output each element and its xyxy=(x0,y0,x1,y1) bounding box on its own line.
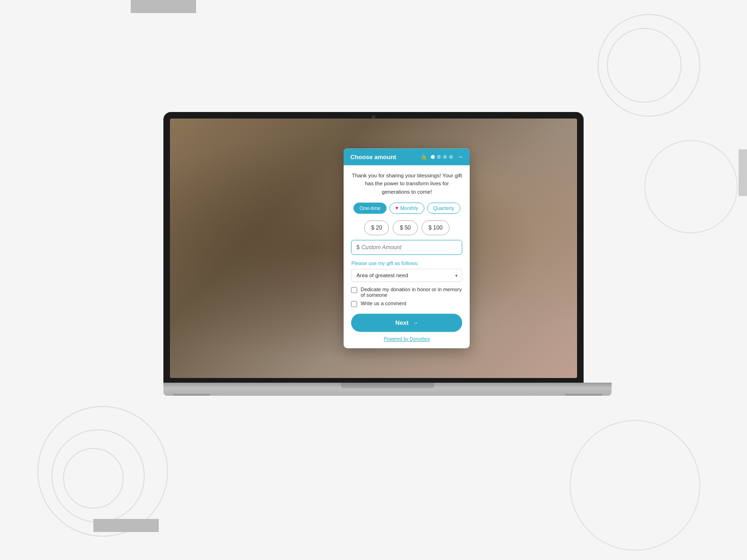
next-button-arrow: → xyxy=(412,319,418,326)
honor-checkbox-row[interactable]: Dedicate my donation in honor or in memo… xyxy=(351,287,462,298)
dollar-sign: $ xyxy=(356,244,359,251)
gift-dropdown[interactable]: Area of greatest need xyxy=(351,269,462,282)
frequency-tabs: One-time ♥ Monthly Quarterly xyxy=(351,203,462,214)
gift-use-label: Please use my gift as follows: xyxy=(351,260,462,266)
amount-50[interactable]: $ 50 xyxy=(393,220,417,235)
dot-3 xyxy=(443,155,447,159)
modal-header-controls: 🔒 → xyxy=(421,153,463,161)
next-button[interactable]: Next → xyxy=(351,314,462,332)
laptop-hinge xyxy=(341,383,434,388)
tab-one-time[interactable]: One-time xyxy=(353,203,387,214)
bg-circle-3 xyxy=(37,406,168,537)
laptop: Choose amount 🔒 → xyxy=(163,112,584,448)
tab-monthly-label: Monthly xyxy=(400,205,418,211)
custom-amount-wrapper: $ xyxy=(351,240,462,255)
dot-1 xyxy=(431,155,435,159)
comment-label: Write us a comment xyxy=(360,301,406,306)
laptop-base xyxy=(163,383,612,396)
amount-100[interactable]: $ 100 xyxy=(422,220,450,235)
bg-circle-7 xyxy=(644,140,738,233)
custom-amount-input[interactable] xyxy=(361,244,457,251)
bg-circle-4 xyxy=(51,429,145,523)
lock-icon: 🔒 xyxy=(421,154,427,160)
dot-4 xyxy=(449,155,453,159)
bg-rect-1 xyxy=(131,0,196,13)
modal-header: Choose amount 🔒 → xyxy=(344,148,470,165)
tab-monthly[interactable]: ♥ Monthly xyxy=(389,203,424,214)
amount-20[interactable]: $ 20 xyxy=(364,220,389,235)
laptop-screen: Choose amount 🔒 → xyxy=(170,119,577,378)
modal-body: Thank you for sharing your blessings! Yo… xyxy=(344,165,470,348)
gift-dropdown-wrapper: Area of greatest need ▾ xyxy=(351,269,462,282)
bg-circle-5 xyxy=(63,448,124,509)
bg-rect-2 xyxy=(93,519,159,532)
bg-rect-3 xyxy=(739,149,747,196)
laptop-foot-left xyxy=(173,394,210,396)
comment-checkbox[interactable] xyxy=(351,301,357,307)
honor-label: Dedicate my donation in honor or in memo… xyxy=(360,287,462,298)
dot-2 xyxy=(437,155,441,159)
bg-circle-1 xyxy=(598,14,700,117)
modal-title: Choose amount xyxy=(350,154,396,161)
next-arrow-icon[interactable]: → xyxy=(457,153,463,161)
heart-icon: ♥ xyxy=(395,205,398,210)
tagline-text: Thank you for sharing your blessings! Yo… xyxy=(351,172,462,196)
powered-by-link[interactable]: Powered by Donorbox xyxy=(351,336,462,342)
honor-checkbox[interactable] xyxy=(351,287,357,293)
tab-quarterly[interactable]: Quarterly xyxy=(427,203,460,214)
laptop-screen-body: Choose amount 🔒 → xyxy=(163,112,584,383)
comment-checkbox-row[interactable]: Write us a comment xyxy=(351,301,462,307)
laptop-foot-right xyxy=(565,394,602,396)
next-button-label: Next xyxy=(395,319,409,326)
progress-dots xyxy=(431,155,453,159)
bg-circle-2 xyxy=(607,28,682,103)
donation-modal: Choose amount 🔒 → xyxy=(344,148,470,348)
bg-circle-6 xyxy=(570,420,700,551)
amount-buttons: $ 20 $ 50 $ 100 xyxy=(351,220,462,235)
